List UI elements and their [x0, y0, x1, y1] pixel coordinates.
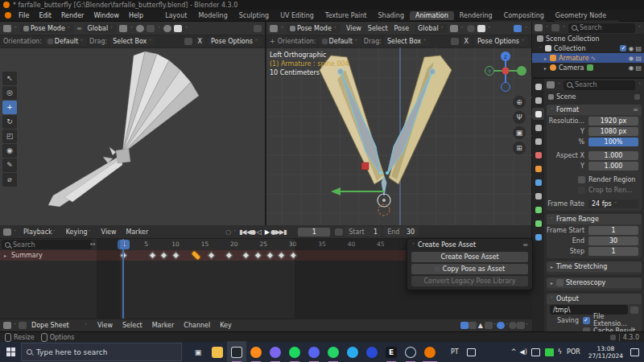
taskbar-app-task-view[interactable]: ▣ [188, 341, 208, 362]
frame-end-field[interactable]: 30 [588, 237, 638, 245]
gizmo-toggle-icon[interactable] [514, 25, 522, 32]
dopesheet-menu-select[interactable]: Select [118, 322, 147, 329]
solid-shading-icon[interactable] [174, 25, 182, 32]
play-reverse-button[interactable]: ◁ [254, 228, 262, 236]
viewport-right[interactable]: ˇ Pose Modeˇ ViewSelectPose Globalˇ ˇ ˇ … [266, 22, 532, 225]
hamburger-icon[interactable]: ≡ [76, 25, 82, 32]
properties-tab-bone-constraint[interactable] [532, 231, 544, 243]
playhead-line[interactable] [122, 239, 124, 319]
properties-tab-render[interactable] [532, 94, 544, 106]
keyframe-24[interactable] [254, 252, 262, 260]
transform-orientation-dropdown[interactable]: Globalˇ [85, 24, 118, 33]
editor-type-icon[interactable] [3, 322, 11, 329]
workspace-tab-compositing[interactable]: Compositing [498, 11, 550, 20]
dopesheet-menu-key[interactable]: Key [215, 322, 237, 329]
outliner-row-camera[interactable]: ▸ Camera ◉ ▤ [532, 63, 644, 72]
expand-arrow-icon[interactable]: ˇ [539, 46, 542, 51]
timeline-menu-playback[interactable]: Playbackˇ [19, 228, 61, 236]
popup-header[interactable]: ˇCreate Pose Asset≡ [407, 239, 532, 250]
solid-shading-icon[interactable] [477, 25, 485, 32]
viewport-menu-pose[interactable]: Pose [391, 25, 413, 32]
keyframe-6[interactable] [148, 252, 156, 260]
drag-dropdown[interactable]: Select Boxˇ [109, 37, 155, 46]
keyframe-10[interactable] [172, 252, 180, 260]
taskbar-app-epic-games[interactable]: E [382, 341, 401, 362]
menu-render[interactable]: Render [56, 12, 89, 19]
proportional-edit-icon[interactable] [497, 322, 505, 329]
filter-icon[interactable] [551, 24, 559, 31]
orientation-dropdown[interactable]: Defaultˇ [319, 37, 361, 46]
start-button[interactable] [0, 342, 21, 362]
taskbar-app-whatsapp[interactable] [324, 341, 343, 362]
dopesheet-menu-channel[interactable]: Channel [179, 322, 215, 329]
frame-rate-dropdown[interactable]: 24 fps ˇ [588, 200, 638, 208]
frame-start-field[interactable]: Start1 [345, 227, 382, 237]
timeline-menu-view[interactable]: View [97, 228, 122, 236]
pose-options-dropdown[interactable]: Pose Optionsˇ [474, 37, 528, 46]
taskbar-app-blue-app[interactable] [362, 341, 382, 362]
aspect-x-field[interactable]: 1.000 [588, 151, 638, 160]
keyframe-26[interactable] [266, 252, 274, 260]
properties-tab-constraints[interactable] [532, 190, 544, 202]
camera-toggle-icon[interactable]: ▤ [635, 64, 642, 72]
zoom-icon[interactable]: ⊕ [513, 96, 526, 109]
format-panel-header[interactable]: ˇFormat≡ [547, 105, 642, 115]
timeline-menu-marker[interactable]: Marker [122, 228, 154, 236]
outliner-row-armature[interactable]: ▸ Armature ∿ ◉ ▤ [532, 53, 644, 63]
clock[interactable]: 13:08 27/11/2024 [588, 345, 623, 360]
render-region-checkbox[interactable] [578, 176, 585, 183]
workspace-tab-geometry-node[interactable]: Geometry Node [550, 11, 612, 20]
menu-file[interactable]: File [14, 12, 34, 19]
proportional-edit-icon[interactable] [136, 25, 144, 32]
play-button[interactable]: ▶ [262, 228, 270, 236]
jump-to-start-button[interactable]: ▮◀ [238, 228, 246, 236]
next-keyframe-button[interactable]: ●▶ [270, 228, 279, 236]
xray-toggle[interactable]: X [195, 37, 205, 46]
keyframe-13[interactable] [190, 249, 201, 261]
menu-window[interactable]: Window [89, 12, 124, 19]
filter-funnel-icon[interactable] [485, 322, 493, 329]
tray-language[interactable]: PT [451, 348, 459, 356]
overlay-toggle-icon[interactable] [254, 25, 262, 32]
taskbar-app-blender[interactable] [420, 341, 440, 362]
clock-icon[interactable] [335, 228, 343, 236]
properties-tab-output[interactable] [532, 108, 544, 120]
menu-help[interactable]: Help [124, 12, 148, 19]
camera-view-icon[interactable]: ▣ [513, 126, 526, 139]
popup-button-create-pose-asset[interactable]: Create Pose Asset [411, 252, 528, 262]
mode-icon[interactable] [19, 322, 27, 329]
output-panel-header[interactable]: ˇOutput [547, 294, 642, 304]
workspace-tab-modeling[interactable]: Modeling [192, 11, 233, 20]
outliner-row-collection[interactable]: ˇ Collection ◉ ▤ [532, 43, 644, 53]
file-extensions-checkbox[interactable] [583, 317, 590, 324]
workspace-tab-sculpting[interactable]: Sculpting [233, 11, 275, 20]
taskbar-app-steam[interactable] [401, 341, 420, 362]
expand-arrow-icon[interactable]: ▸ [544, 65, 547, 71]
dopesheet-menu-view[interactable]: View [93, 322, 118, 329]
stereoscopy-header[interactable]: ▸Stereoscopy [547, 278, 642, 288]
aspect-y-field[interactable]: 1.000 [588, 162, 638, 171]
shading-sphere-icon[interactable] [163, 25, 171, 32]
proportional-edit-icon[interactable] [467, 25, 475, 32]
mirror-icon[interactable] [451, 38, 459, 45]
viewport-menu-view[interactable]: View [343, 25, 365, 32]
notification-icon[interactable] [630, 348, 639, 356]
frame-end-field[interactable]: End30 [383, 227, 419, 237]
frame-step-field[interactable]: 1 [588, 247, 638, 256]
workspace-tab-uv-editing[interactable]: UV Editing [275, 11, 320, 20]
eye-icon[interactable]: ◉ [628, 64, 634, 72]
frame-start-field[interactable]: 1 [588, 226, 638, 235]
properties-search[interactable]: Search [564, 80, 635, 90]
editor-type-icon[interactable] [3, 228, 11, 236]
pose-options-dropdown[interactable]: Pose Optionsˇ [208, 37, 262, 46]
taskbar-app-file-explorer[interactable] [208, 341, 227, 362]
dopesheet-search[interactable]: Search [2, 240, 92, 249]
grid-ortho-icon[interactable]: ⊞ [513, 142, 526, 154]
target-icon[interactable] [509, 322, 517, 329]
filter-expand-icon[interactable]: ↔ [90, 241, 96, 248]
fcurve-icon[interactable] [517, 322, 525, 329]
pin-icon[interactable] [634, 94, 640, 100]
volume-icon[interactable]: ◀) [520, 348, 527, 356]
tray-expand-icon[interactable]: ^ [511, 348, 517, 356]
properties-tab-view-layer[interactable] [532, 121, 544, 134]
